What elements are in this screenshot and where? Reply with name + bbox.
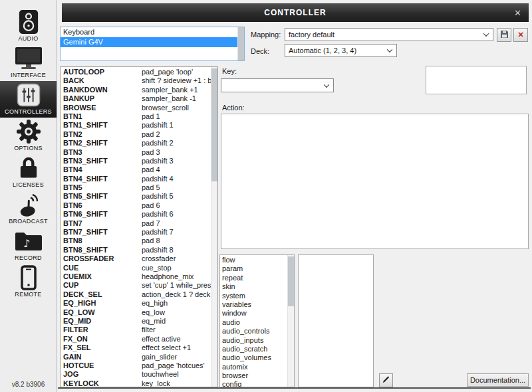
action-category-item[interactable]: audio <box>220 318 287 327</box>
key-label: Key: <box>222 67 237 75</box>
control-list-scrollbar[interactable] <box>211 67 217 387</box>
sidebar-item-remote[interactable]: REMOTE <box>0 264 57 300</box>
action-category-list[interactable]: flowparamrepeatskinsystemvariableswindow… <box>219 254 295 387</box>
control-row[interactable]: BTN1_SHIFTpadshift 1 <box>61 121 211 130</box>
control-row[interactable]: HOTCUEpad_page 'hotcues' <box>61 361 211 370</box>
panel-bottom-border <box>58 387 531 389</box>
control-row[interactable]: CUEMIXheadphone_mix <box>61 272 211 281</box>
control-mapping-list[interactable]: AUTOLOOPpad_page 'loop' BACKshift ? side… <box>60 66 218 387</box>
control-key: BTN4 <box>63 165 142 174</box>
control-action: pad 5 <box>142 183 160 191</box>
key-select[interactable] <box>221 78 334 92</box>
device-list-scrollbar[interactable] <box>237 27 244 60</box>
control-row[interactable]: BROWSEbrowser_scroll <box>61 104 211 112</box>
control-row[interactable]: JOGtouchwheel <box>61 370 211 379</box>
control-row[interactable]: BTN7pad 7 <box>61 219 211 228</box>
control-row[interactable]: BTN6pad 6 <box>61 201 211 210</box>
control-row[interactable]: BTN6_SHIFTpadshift 6 <box>61 210 211 219</box>
action-category-item[interactable]: automix <box>220 363 287 371</box>
control-row[interactable]: BTN2pad 2 <box>61 130 211 139</box>
sidebar-item-interface[interactable]: INTERFACE <box>0 45 57 81</box>
action-label: Action: <box>222 104 245 112</box>
control-row[interactable]: BTN8pad 8 <box>61 237 211 245</box>
control-row[interactable]: BTN7_SHIFTpadshift 7 <box>61 228 211 237</box>
control-key: BROWSE <box>63 104 142 112</box>
control-row[interactable]: FX_SELeffect select +1 <box>61 343 211 352</box>
sidebar-item-licenses[interactable]: LICENSES <box>0 154 57 191</box>
device-list[interactable]: KeyboardGemini G4V <box>60 27 245 61</box>
control-row[interactable]: KEYLOCKkey_lock <box>61 379 211 387</box>
device-list-item[interactable]: Gemini G4V <box>61 37 244 47</box>
control-action: effect active <box>142 335 181 343</box>
control-row[interactable]: BTN8_SHIFTpadshift 8 <box>61 246 211 254</box>
sidebar-item-record[interactable]: ♪ RECORD <box>0 227 57 264</box>
control-row[interactable]: CUEcue_stop <box>61 264 211 272</box>
control-row[interactable]: AUTOLOOPpad_page 'loop' <box>61 68 211 76</box>
category-list-scrollbar[interactable] <box>287 255 294 387</box>
documentation-button[interactable]: Documentation... <box>467 373 529 387</box>
control-row[interactable]: EQ_HIGHeq_high <box>61 299 211 308</box>
control-row[interactable]: BTN1pad 1 <box>61 112 211 121</box>
action-category-item[interactable]: skin <box>220 282 287 291</box>
control-action: pad 2 <box>142 130 160 138</box>
control-row[interactable]: BACKshift ? sideview +1 : br <box>61 76 211 85</box>
control-key: BTN2_SHIFT <box>63 139 142 147</box>
control-row[interactable]: BANKDOWNsampler_bank +1 <box>61 86 211 94</box>
edit-action-button[interactable] <box>379 373 393 387</box>
action-category-item[interactable]: audio_controls <box>220 327 287 336</box>
control-row[interactable]: BTN5pad 5 <box>61 183 211 192</box>
close-icon[interactable]: ✕ <box>514 3 521 22</box>
control-row[interactable]: BTN3_SHIFTpadshift 3 <box>61 157 211 165</box>
action-category-item[interactable]: variables <box>220 300 287 309</box>
control-row[interactable]: CROSSFADERcrossfader <box>61 254 211 263</box>
action-category-item[interactable]: flow <box>220 256 287 264</box>
control-key: CUP <box>63 281 142 290</box>
control-row[interactable]: BTN3pad 3 <box>61 148 211 157</box>
sidebar-item-options[interactable]: OPTIONS <box>0 118 57 154</box>
action-category-item[interactable]: window <box>220 309 287 318</box>
control-key: BTN2 <box>63 130 142 139</box>
action-category-item[interactable]: browser <box>220 371 287 380</box>
deck-select[interactable]: Automatic (1, 2, 3, 4) <box>285 44 397 57</box>
action-category-item[interactable]: param <box>220 264 287 273</box>
lock-icon <box>0 154 57 181</box>
control-row[interactable]: FX_ONeffect active <box>61 335 211 343</box>
action-category-item[interactable]: audio_scratch <box>220 345 287 353</box>
delete-mapping-button[interactable]: ✕ <box>513 28 528 42</box>
control-row[interactable]: FILTERfilter <box>61 326 211 334</box>
action-input[interactable] <box>221 114 529 249</box>
control-row[interactable]: BANKUPsampler_bank -1 <box>61 94 211 103</box>
control-row[interactable]: CUPset 'cup' 1 while_press <box>61 281 211 290</box>
control-row[interactable]: DECK_SELaction_deck 1 ? deck 3 <box>61 290 211 299</box>
sidebar-item-broadcast[interactable]: BROADCAST <box>0 191 57 227</box>
mapping-select-value: factory default <box>289 31 334 39</box>
mapping-select[interactable]: factory default <box>285 28 493 41</box>
action-category-item[interactable]: audio_volumes <box>220 353 287 362</box>
control-key: BTN1 <box>63 112 142 121</box>
sidebar-item-audio[interactable]: AUDIO <box>0 8 57 45</box>
control-key: BTN4_SHIFT <box>63 175 142 183</box>
control-row[interactable]: BTN4_SHIFTpadshift 4 <box>61 175 211 183</box>
action-category-item[interactable]: audio_inputs <box>220 336 287 345</box>
save-mapping-button[interactable] <box>497 28 511 42</box>
control-row[interactable]: BTN5_SHIFTpadshift 5 <box>61 192 211 201</box>
control-row[interactable]: GAINgain_slider <box>61 353 211 361</box>
control-row[interactable]: EQ_LOWeq_low <box>61 308 211 317</box>
control-action: padshift 2 <box>142 139 174 147</box>
key-learn-box <box>426 66 527 94</box>
control-action: touchwheel <box>142 370 179 378</box>
sidebar-item-controllers[interactable]: CONTROLLERS <box>0 81 57 118</box>
action-sublist[interactable] <box>298 254 374 387</box>
control-row[interactable]: BTN2_SHIFTpadshift 2 <box>61 139 211 147</box>
monitor-icon <box>0 45 57 72</box>
action-category-item[interactable]: repeat <box>220 274 287 282</box>
control-row[interactable]: BTN4pad 4 <box>61 165 211 174</box>
action-category-item[interactable]: config <box>220 380 287 387</box>
control-action: pad 1 <box>142 112 160 120</box>
control-row[interactable]: EQ_MIDeq_mid <box>61 317 211 326</box>
device-list-item[interactable]: Keyboard <box>61 27 244 37</box>
action-category-item[interactable]: system <box>220 292 287 300</box>
sidebar-item-label: AUDIO <box>18 35 38 42</box>
control-action: padshift 7 <box>142 228 174 236</box>
control-key: JOG <box>63 370 142 379</box>
